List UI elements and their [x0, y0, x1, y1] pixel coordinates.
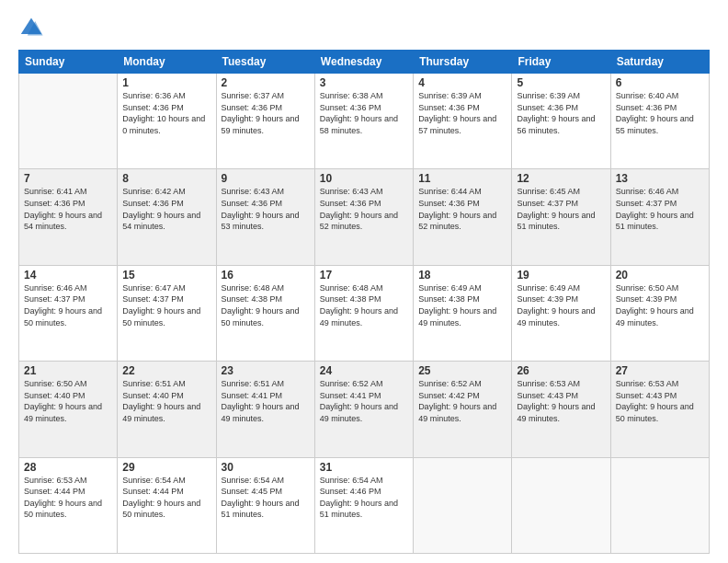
calendar-cell: 4Sunrise: 6:39 AMSunset: 4:36 PMDaylight…	[414, 74, 512, 169]
calendar-day-header: Wednesday	[314, 51, 413, 74]
day-info: Sunrise: 6:45 AMSunset: 4:37 PMDaylight:…	[517, 186, 605, 232]
day-info: Sunrise: 6:46 AMSunset: 4:37 PMDaylight:…	[24, 282, 112, 328]
day-info: Sunrise: 6:43 AMSunset: 4:36 PMDaylight:…	[320, 186, 408, 232]
calendar-day-header: Tuesday	[216, 51, 314, 74]
calendar-cell: 9Sunrise: 6:43 AMSunset: 4:36 PMDaylight…	[216, 169, 314, 265]
calendar-cell	[610, 457, 709, 553]
day-info: Sunrise: 6:41 AMSunset: 4:36 PMDaylight:…	[24, 186, 112, 232]
calendar-cell: 15Sunrise: 6:47 AMSunset: 4:37 PMDayligh…	[118, 265, 216, 361]
calendar-cell	[414, 457, 512, 553]
calendar-cell: 28Sunrise: 6:53 AMSunset: 4:44 PMDayligh…	[19, 457, 118, 553]
calendar-week-row: 1Sunrise: 6:36 AMSunset: 4:36 PMDaylight…	[19, 74, 710, 169]
calendar-cell: 12Sunrise: 6:45 AMSunset: 4:37 PMDayligh…	[512, 169, 610, 265]
day-number: 28	[24, 461, 112, 474]
calendar-cell: 1Sunrise: 6:36 AMSunset: 4:36 PMDaylight…	[118, 74, 216, 169]
day-number: 27	[616, 364, 704, 377]
day-info: Sunrise: 6:37 AMSunset: 4:36 PMDaylight:…	[222, 90, 310, 136]
day-number: 6	[616, 76, 704, 89]
day-number: 23	[222, 364, 310, 377]
calendar-week-row: 28Sunrise: 6:53 AMSunset: 4:44 PMDayligh…	[19, 457, 710, 553]
day-info: Sunrise: 6:42 AMSunset: 4:36 PMDaylight:…	[122, 186, 210, 232]
day-number: 1	[122, 76, 210, 89]
calendar-cell: 6Sunrise: 6:40 AMSunset: 4:36 PMDaylight…	[610, 74, 709, 169]
calendar-cell: 7Sunrise: 6:41 AMSunset: 4:36 PMDaylight…	[19, 169, 118, 265]
day-info: Sunrise: 6:46 AMSunset: 4:37 PMDaylight:…	[616, 186, 704, 232]
calendar-cell: 8Sunrise: 6:42 AMSunset: 4:36 PMDaylight…	[118, 169, 216, 265]
calendar-day-header: Monday	[118, 51, 216, 74]
calendar-day-header: Sunday	[19, 51, 118, 74]
day-info: Sunrise: 6:53 AMSunset: 4:44 PMDaylight:…	[24, 475, 112, 521]
day-number: 14	[24, 269, 112, 282]
day-number: 9	[222, 172, 310, 185]
calendar-day-header: Thursday	[414, 51, 512, 74]
day-info: Sunrise: 6:53 AMSunset: 4:43 PMDaylight:…	[616, 378, 704, 424]
day-info: Sunrise: 6:48 AMSunset: 4:38 PMDaylight:…	[222, 282, 310, 328]
calendar-cell: 26Sunrise: 6:53 AMSunset: 4:43 PMDayligh…	[512, 362, 610, 457]
calendar-day-header: Friday	[512, 51, 610, 74]
logo-icon	[18, 15, 44, 40]
day-info: Sunrise: 6:44 AMSunset: 4:36 PMDaylight:…	[418, 186, 506, 232]
day-info: Sunrise: 6:48 AMSunset: 4:38 PMDaylight:…	[320, 282, 408, 328]
day-number: 22	[122, 364, 210, 377]
calendar-week-row: 14Sunrise: 6:46 AMSunset: 4:37 PMDayligh…	[19, 265, 710, 361]
calendar-day-header: Saturday	[610, 51, 709, 74]
day-info: Sunrise: 6:52 AMSunset: 4:42 PMDaylight:…	[418, 378, 506, 424]
day-info: Sunrise: 6:52 AMSunset: 4:41 PMDaylight:…	[320, 378, 408, 424]
calendar-cell: 23Sunrise: 6:51 AMSunset: 4:41 PMDayligh…	[216, 362, 314, 457]
day-number: 12	[517, 172, 605, 185]
calendar-cell	[512, 457, 610, 553]
calendar-cell: 27Sunrise: 6:53 AMSunset: 4:43 PMDayligh…	[610, 362, 709, 457]
day-number: 25	[418, 364, 506, 377]
day-info: Sunrise: 6:54 AMSunset: 4:45 PMDaylight:…	[222, 475, 310, 521]
day-info: Sunrise: 6:54 AMSunset: 4:44 PMDaylight:…	[122, 475, 210, 521]
day-info: Sunrise: 6:49 AMSunset: 4:38 PMDaylight:…	[418, 282, 506, 328]
day-info: Sunrise: 6:51 AMSunset: 4:40 PMDaylight:…	[122, 378, 210, 424]
calendar-cell: 3Sunrise: 6:38 AMSunset: 4:36 PMDaylight…	[314, 74, 413, 169]
day-number: 15	[122, 269, 210, 282]
day-number: 8	[122, 172, 210, 185]
day-info: Sunrise: 6:39 AMSunset: 4:36 PMDaylight:…	[418, 90, 506, 136]
calendar-cell: 5Sunrise: 6:39 AMSunset: 4:36 PMDaylight…	[512, 74, 610, 169]
day-number: 20	[616, 269, 704, 282]
calendar-cell: 2Sunrise: 6:37 AMSunset: 4:36 PMDaylight…	[216, 74, 314, 169]
calendar-cell: 18Sunrise: 6:49 AMSunset: 4:38 PMDayligh…	[414, 265, 512, 361]
logo	[18, 15, 48, 40]
calendar-cell: 31Sunrise: 6:54 AMSunset: 4:46 PMDayligh…	[314, 457, 413, 553]
calendar-cell: 13Sunrise: 6:46 AMSunset: 4:37 PMDayligh…	[610, 169, 709, 265]
day-info: Sunrise: 6:51 AMSunset: 4:41 PMDaylight:…	[222, 378, 310, 424]
day-info: Sunrise: 6:50 AMSunset: 4:39 PMDaylight:…	[616, 282, 704, 328]
day-number: 4	[418, 76, 506, 89]
calendar-header-row: SundayMondayTuesdayWednesdayThursdayFrid…	[19, 51, 710, 74]
day-info: Sunrise: 6:49 AMSunset: 4:39 PMDaylight:…	[517, 282, 605, 328]
day-info: Sunrise: 6:38 AMSunset: 4:36 PMDaylight:…	[320, 90, 408, 136]
calendar-cell: 24Sunrise: 6:52 AMSunset: 4:41 PMDayligh…	[314, 362, 413, 457]
day-number: 18	[418, 269, 506, 282]
calendar-week-row: 7Sunrise: 6:41 AMSunset: 4:36 PMDaylight…	[19, 169, 710, 265]
calendar-cell: 22Sunrise: 6:51 AMSunset: 4:40 PMDayligh…	[118, 362, 216, 457]
day-info: Sunrise: 6:50 AMSunset: 4:40 PMDaylight:…	[24, 378, 112, 424]
day-info: Sunrise: 6:43 AMSunset: 4:36 PMDaylight:…	[222, 186, 310, 232]
calendar-cell	[19, 74, 118, 169]
day-number: 30	[222, 461, 310, 474]
day-number: 13	[616, 172, 704, 185]
calendar-cell: 10Sunrise: 6:43 AMSunset: 4:36 PMDayligh…	[314, 169, 413, 265]
day-number: 7	[24, 172, 112, 185]
day-info: Sunrise: 6:47 AMSunset: 4:37 PMDaylight:…	[122, 282, 210, 328]
day-info: Sunrise: 6:39 AMSunset: 4:36 PMDaylight:…	[517, 90, 605, 136]
calendar-cell: 19Sunrise: 6:49 AMSunset: 4:39 PMDayligh…	[512, 265, 610, 361]
day-number: 26	[517, 364, 605, 377]
day-number: 3	[320, 76, 408, 89]
day-number: 24	[320, 364, 408, 377]
day-number: 5	[517, 76, 605, 89]
calendar-cell: 25Sunrise: 6:52 AMSunset: 4:42 PMDayligh…	[414, 362, 512, 457]
day-number: 16	[222, 269, 310, 282]
day-info: Sunrise: 6:36 AMSunset: 4:36 PMDaylight:…	[122, 90, 210, 136]
calendar-cell: 16Sunrise: 6:48 AMSunset: 4:38 PMDayligh…	[216, 265, 314, 361]
calendar-cell: 30Sunrise: 6:54 AMSunset: 4:45 PMDayligh…	[216, 457, 314, 553]
day-number: 31	[320, 461, 408, 474]
calendar-cell: 21Sunrise: 6:50 AMSunset: 4:40 PMDayligh…	[19, 362, 118, 457]
day-number: 17	[320, 269, 408, 282]
page: SundayMondayTuesdayWednesdayThursdayFrid…	[0, 0, 728, 563]
day-number: 29	[122, 461, 210, 474]
day-number: 19	[517, 269, 605, 282]
